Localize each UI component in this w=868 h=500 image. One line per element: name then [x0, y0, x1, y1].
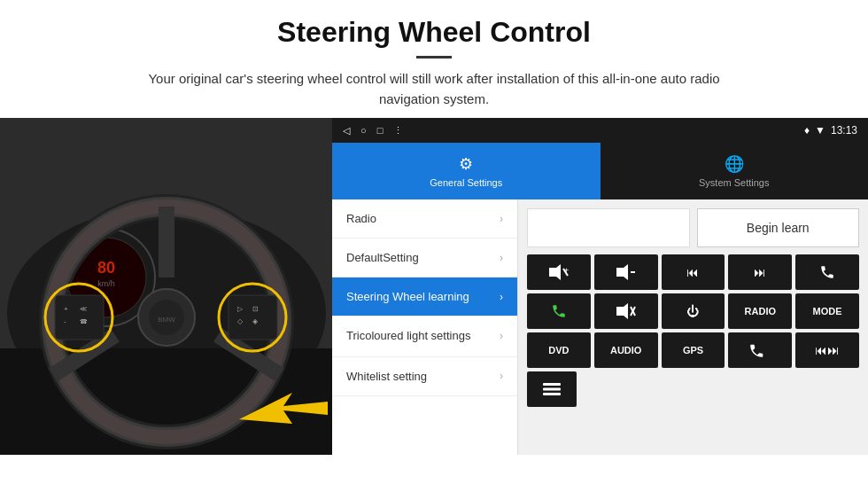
- status-bar: ◁ ○ □ ⋮ ♦ ▼ 13:13: [332, 118, 868, 143]
- control-row-3: DVD AUDIO GPS ⏮⏭: [527, 332, 859, 368]
- blank-input-box: [527, 208, 690, 247]
- recent-icon[interactable]: □: [377, 125, 384, 136]
- title-divider: [416, 56, 452, 59]
- prev-track-button[interactable]: ⏮: [662, 254, 725, 290]
- home-icon[interactable]: ○: [360, 125, 367, 136]
- list-button[interactable]: [527, 371, 577, 407]
- menu-radio[interactable]: Radio ›: [332, 199, 517, 238]
- status-bar-left: ◁ ○ □ ⋮: [343, 125, 403, 137]
- menu-whitelist[interactable]: Whitelist setting ›: [332, 357, 517, 396]
- svg-rect-39: [543, 393, 561, 395]
- svg-marker-34: [616, 303, 628, 319]
- tab-general-label: General Settings: [430, 177, 502, 188]
- nav-tabs: ⚙ General Settings 🌐 System Settings: [332, 143, 868, 199]
- menu-steering-wheel[interactable]: Steering Wheel learning ›: [332, 277, 517, 316]
- android-ui: ◁ ○ □ ⋮ ♦ ▼ 13:13 ⚙ General Settings 🌐 S…: [332, 118, 868, 455]
- chevron-icon: ›: [500, 252, 503, 264]
- vol-up-button[interactable]: +: [527, 254, 591, 290]
- wifi-icon: ▼: [815, 124, 825, 137]
- menu-default-setting[interactable]: DefaultSetting ›: [332, 238, 517, 277]
- mode-button[interactable]: MODE: [795, 293, 859, 329]
- control-row-1: + ⏮ ⏭: [527, 254, 859, 290]
- chevron-icon: ›: [500, 370, 503, 382]
- svg-marker-32: [616, 264, 628, 280]
- tab-system-label: System Settings: [699, 177, 769, 188]
- page-header: Steering Wheel Control Your original car…: [0, 0, 868, 118]
- svg-text:-: -: [64, 317, 66, 325]
- svg-rect-37: [543, 383, 561, 386]
- gps-button[interactable]: GPS: [662, 332, 725, 368]
- right-panel: Begin learn + ⏮ ⏭: [518, 199, 868, 455]
- svg-text:+: +: [64, 305, 68, 313]
- svg-text:☎: ☎: [80, 318, 88, 324]
- chevron-icon: ›: [500, 291, 503, 303]
- car-image-section: 80 km/h BMW + - ≪ ☎ ▷ ◇: [0, 118, 332, 455]
- phone-prev-button[interactable]: [728, 332, 792, 368]
- svg-marker-29: [549, 264, 561, 280]
- radio-button[interactable]: RADIO: [728, 293, 792, 329]
- svg-text:≪: ≪: [80, 305, 87, 313]
- page-title: Steering Wheel Control: [53, 16, 815, 49]
- chevron-icon: ›: [500, 213, 503, 225]
- call-accept-button[interactable]: [527, 293, 591, 329]
- svg-text:◇: ◇: [237, 317, 244, 325]
- svg-rect-38: [543, 388, 561, 391]
- phone-button[interactable]: [795, 254, 859, 290]
- tab-system[interactable]: 🌐 System Settings: [601, 143, 869, 199]
- svg-rect-16: [55, 295, 104, 340]
- main-panel: Radio › DefaultSetting › Steering Wheel …: [332, 199, 868, 455]
- status-bar-right: ♦ ▼ 13:13: [804, 124, 857, 137]
- back-icon[interactable]: ◁: [343, 125, 350, 137]
- left-menu: Radio › DefaultSetting › Steering Wheel …: [332, 199, 518, 455]
- globe-icon: 🌐: [725, 154, 744, 174]
- top-row: Begin learn: [527, 208, 859, 247]
- svg-text:+: +: [564, 266, 569, 275]
- page-subtitle: Your original car's steering wheel contr…: [124, 69, 744, 109]
- svg-text:⊡: ⊡: [252, 305, 259, 313]
- dvd-button[interactable]: DVD: [527, 332, 591, 368]
- mute-button[interactable]: [594, 293, 658, 329]
- next-track-button[interactable]: ⏭: [728, 254, 792, 290]
- tab-general[interactable]: ⚙ General Settings: [332, 143, 601, 199]
- control-row-2: ⏻ RADIO MODE: [527, 293, 859, 329]
- location-icon: ♦: [804, 124, 810, 137]
- prev-next-button[interactable]: ⏮⏭: [795, 332, 859, 368]
- begin-learn-button[interactable]: Begin learn: [697, 208, 860, 247]
- svg-text:km/h: km/h: [97, 279, 115, 288]
- svg-text:80: 80: [97, 259, 115, 277]
- time-display: 13:13: [831, 124, 857, 137]
- svg-text:◈: ◈: [252, 317, 259, 325]
- audio-button[interactable]: AUDIO: [594, 332, 658, 368]
- last-row: [527, 371, 859, 407]
- chevron-icon: ›: [500, 330, 503, 342]
- menu-icon[interactable]: ⋮: [393, 125, 403, 137]
- main-content: 80 km/h BMW + - ≪ ☎ ▷ ◇: [0, 118, 868, 455]
- menu-tricoloured[interactable]: Tricoloured light settings ›: [332, 316, 517, 357]
- svg-text:▷: ▷: [237, 305, 244, 313]
- svg-text:BMW: BMW: [158, 316, 175, 324]
- vol-down-button[interactable]: [594, 254, 658, 290]
- power-button[interactable]: ⏻: [662, 293, 725, 329]
- gear-icon: ⚙: [459, 154, 473, 174]
